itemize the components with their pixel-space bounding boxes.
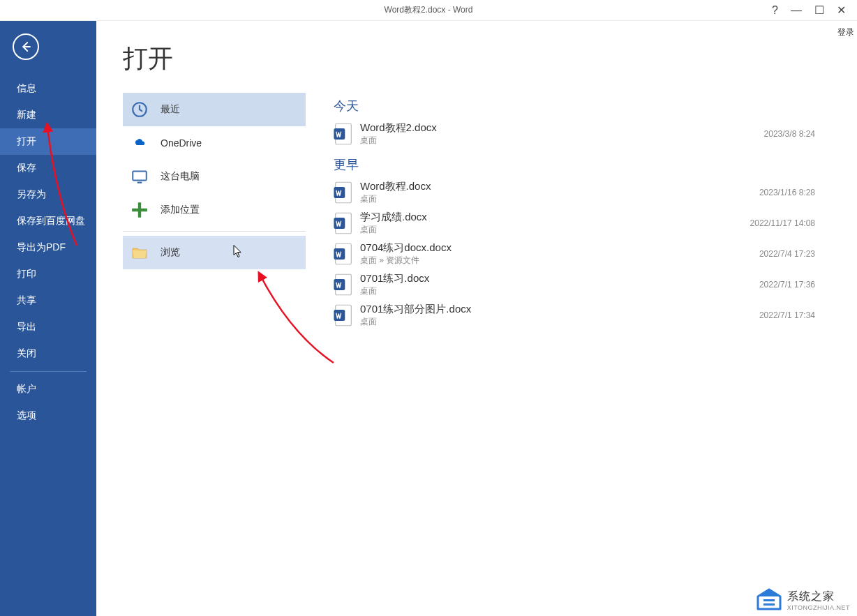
- docx-icon: [334, 273, 353, 296]
- location-onedrive[interactable]: OneDrive: [123, 126, 306, 160]
- folder-icon: [130, 243, 149, 262]
- location-label: 浏览: [161, 246, 180, 259]
- file-path: 桌面: [360, 224, 750, 236]
- file-name: 0701练习.docx: [360, 272, 759, 285]
- file-date: 2023/1/16 8:28: [759, 188, 815, 197]
- cursor-icon: [233, 245, 243, 261]
- file-date: 2022/7/4 17:23: [759, 249, 815, 259]
- watermark-url: XITONGZHIJIA.NET: [787, 604, 850, 611]
- recent-files-pane: 今天 Word教程2.docx 桌面 2023/3/8 8:24 更早 Word…: [320, 21, 857, 616]
- file-path: 桌面: [360, 316, 759, 328]
- titlebar: Word教程2.docx - Word ? — ☐ ✕: [0, 0, 857, 21]
- watermark-logo-icon: [755, 588, 783, 612]
- file-path: 桌面: [360, 135, 764, 147]
- file-row[interactable]: 0704练习docx.docx 桌面 » 资源文件 2022/7/4 17:23: [334, 239, 815, 269]
- docx-icon: [334, 242, 353, 266]
- sidebar-item-close[interactable]: 关闭: [0, 340, 96, 367]
- back-button[interactable]: [13, 33, 39, 60]
- signin-link[interactable]: 登录: [837, 27, 854, 38]
- sidebar-item-save[interactable]: 保存: [0, 155, 96, 181]
- file-row[interactable]: 0701练习.docx 桌面 2022/7/1 17:36: [334, 269, 815, 300]
- file-path: 桌面: [360, 285, 759, 297]
- docx-icon: [334, 303, 353, 327]
- file-name: Word教程.docx: [360, 180, 759, 193]
- backstage-sidebar: 信息 新建 打开 保存 另存为 保存到百度网盘 导出为PDF 打印 共享 导出 …: [0, 21, 96, 616]
- sidebar-item-new[interactable]: 新建: [0, 102, 96, 128]
- file-row[interactable]: Word教程2.docx 桌面 2023/3/8 8:24: [334, 119, 815, 149]
- thispc-icon: [130, 167, 149, 186]
- open-locations-pane: 打开 最近 OneDrive 这台电脑: [96, 21, 320, 616]
- watermark-title: 系统之家: [787, 589, 850, 604]
- sidebar-item-account[interactable]: 帐户: [0, 376, 96, 403]
- file-row[interactable]: 学习成绩.docx 桌面 2022/11/17 14:08: [334, 208, 815, 239]
- group-title-earlier: 更早: [334, 156, 815, 173]
- file-name: Word教程2.docx: [360, 121, 764, 135]
- arrow-left-icon: [20, 40, 32, 53]
- location-label: 最近: [161, 103, 180, 116]
- sidebar-item-options[interactable]: 选项: [0, 403, 96, 429]
- document-title: Word教程2.docx - Word: [385, 4, 473, 16]
- location-recent[interactable]: 最近: [123, 93, 306, 126]
- group-title-today: 今天: [334, 98, 815, 114]
- location-separator: [123, 231, 306, 232]
- docx-icon: [334, 211, 353, 235]
- minimize-button[interactable]: —: [791, 5, 802, 16]
- page-title: 打开: [123, 42, 306, 76]
- sidebar-item-savebaidu[interactable]: 保存到百度网盘: [0, 208, 96, 234]
- location-addplace[interactable]: 添加位置: [123, 193, 306, 227]
- close-button[interactable]: ✕: [837, 5, 846, 16]
- sidebar-item-saveas[interactable]: 另存为: [0, 181, 96, 208]
- file-path: 桌面 » 资源文件: [360, 255, 759, 266]
- location-label: 这台电脑: [161, 170, 200, 183]
- file-date: 2022/7/1 17:34: [759, 310, 815, 320]
- location-thispc[interactable]: 这台电脑: [123, 160, 306, 193]
- svg-rect-16: [763, 599, 775, 601]
- file-row[interactable]: 0701练习部分图片.docx 桌面 2022/7/1 17:34: [334, 300, 815, 331]
- file-date: 2022/7/1 17:36: [759, 280, 815, 290]
- file-name: 0701练习部分图片.docx: [360, 303, 759, 316]
- docx-icon: [334, 122, 353, 146]
- sidebar-item-share[interactable]: 共享: [0, 287, 96, 314]
- sidebar-item-info[interactable]: 信息: [0, 75, 96, 102]
- clock-icon: [130, 100, 149, 119]
- sidebar-separator: [10, 371, 87, 372]
- file-name: 0704练习docx.docx: [360, 241, 759, 255]
- docx-icon: [334, 181, 353, 204]
- location-label: OneDrive: [161, 137, 202, 149]
- sidebar-item-print[interactable]: 打印: [0, 261, 96, 287]
- watermark: 系统之家 XITONGZHIJIA.NET: [755, 588, 850, 612]
- location-label: 添加位置: [161, 204, 200, 216]
- file-row[interactable]: Word教程.docx 桌面 2023/1/16 8:28: [334, 177, 815, 208]
- file-date: 2022/11/17 14:08: [750, 218, 815, 228]
- restore-button[interactable]: ☐: [814, 5, 824, 16]
- sidebar-item-export[interactable]: 导出: [0, 314, 96, 340]
- svg-rect-3: [137, 182, 142, 183]
- svg-rect-17: [763, 603, 775, 606]
- svg-rect-2: [133, 171, 147, 180]
- location-browse[interactable]: 浏览: [123, 236, 306, 269]
- file-path: 桌面: [360, 193, 759, 205]
- help-button[interactable]: ?: [772, 5, 778, 16]
- sidebar-item-open[interactable]: 打开: [0, 128, 96, 155]
- sidebar-item-exportpdf[interactable]: 导出为PDF: [0, 234, 96, 261]
- add-icon: [130, 200, 149, 220]
- file-date: 2023/3/8 8:24: [764, 129, 815, 139]
- onedrive-icon: [130, 133, 149, 153]
- file-name: 学习成绩.docx: [360, 211, 750, 224]
